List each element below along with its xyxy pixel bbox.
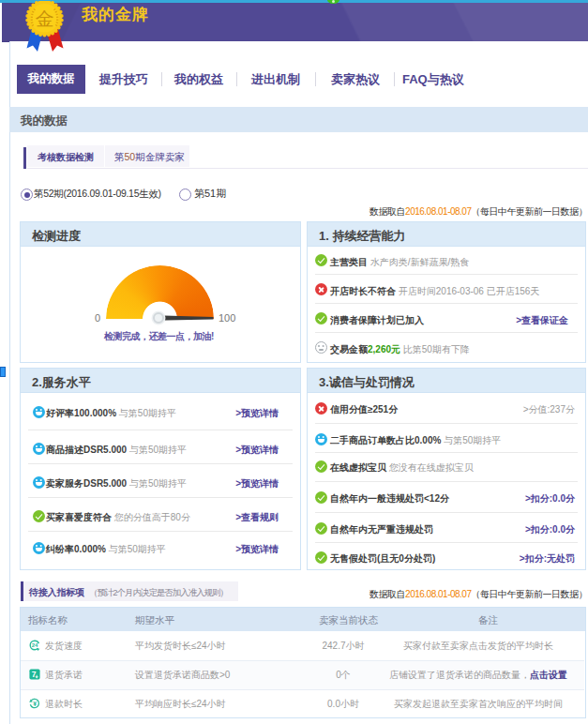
svg-text:金: 金 [36,8,54,29]
